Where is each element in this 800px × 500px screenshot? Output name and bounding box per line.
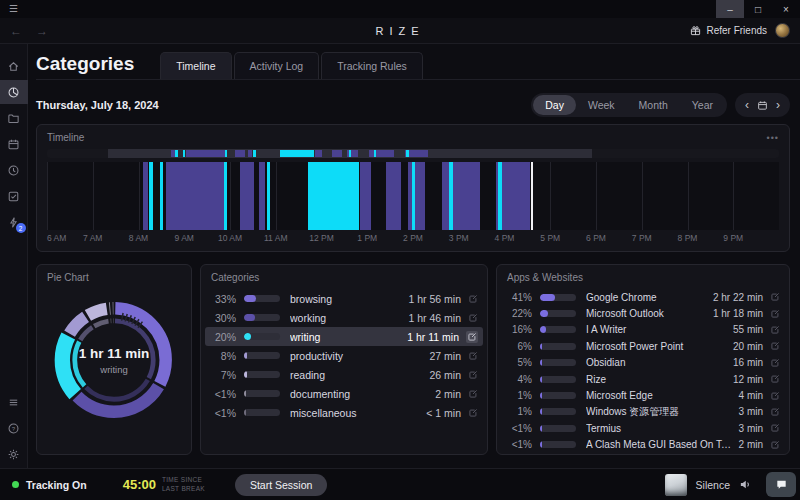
- timeline-segment[interactable]: [248, 150, 252, 157]
- edit-icon[interactable]: [770, 309, 780, 319]
- category-row[interactable]: <1% miscellaneous < 1 min: [205, 403, 483, 422]
- edit-icon[interactable]: [468, 370, 478, 380]
- sidebar-item-projects[interactable]: [0, 106, 28, 130]
- app-duration: 3 min: [739, 423, 763, 434]
- sidebar-item-settings[interactable]: [0, 442, 28, 466]
- timeline-segment[interactable]: [253, 150, 255, 157]
- timeline-segment[interactable]: [386, 162, 401, 230]
- timeline-segment[interactable]: [374, 150, 377, 157]
- timeline-segment[interactable]: [175, 150, 178, 157]
- timeline-segment[interactable]: [412, 162, 415, 230]
- back-arrow-icon[interactable]: ←: [10, 24, 22, 38]
- tab[interactable]: Timeline: [160, 52, 231, 79]
- sidebar-item-home[interactable]: [0, 54, 28, 78]
- range-option[interactable]: Year: [680, 95, 725, 115]
- app-row[interactable]: 16% I A Writer 55 min: [501, 322, 785, 338]
- app-row[interactable]: 5% Obsidian 16 min: [501, 355, 785, 371]
- category-bar: [244, 409, 280, 416]
- app-row[interactable]: 41% Google Chrome 2 hr 22 min: [501, 289, 785, 305]
- timeline-segment[interactable]: [259, 162, 266, 230]
- sidebar-item-tasks[interactable]: [0, 184, 28, 208]
- sidebar-item-history[interactable]: [0, 158, 28, 182]
- timeline-segment[interactable]: [308, 162, 359, 230]
- sidebar-item-calendar[interactable]: [0, 132, 28, 156]
- avatar[interactable]: [775, 23, 790, 38]
- edit-icon[interactable]: [468, 313, 478, 323]
- edit-icon[interactable]: [770, 407, 780, 417]
- range-option[interactable]: Day: [533, 95, 576, 115]
- category-row[interactable]: 20% writing 1 hr 11 min: [205, 327, 483, 346]
- timeline-segment[interactable]: [449, 162, 453, 230]
- edit-icon[interactable]: [770, 423, 780, 433]
- app-row[interactable]: 1% Microsoft Edge 4 min: [501, 387, 785, 403]
- category-row[interactable]: 7% reading 26 min: [205, 365, 483, 384]
- hamburger-menu-icon[interactable]: ☰: [9, 4, 18, 14]
- timeline-segment[interactable]: [349, 150, 351, 157]
- edit-icon[interactable]: [466, 331, 478, 343]
- category-row[interactable]: 30% working 1 hr 46 min: [205, 308, 483, 327]
- edit-icon[interactable]: [770, 440, 780, 450]
- timeline-segment[interactable]: [160, 162, 163, 230]
- refer-friends-button[interactable]: Refer Friends: [690, 25, 767, 36]
- timeline-segment[interactable]: [149, 162, 153, 230]
- close-button[interactable]: ×: [772, 0, 800, 18]
- timeline-segment[interactable]: [166, 162, 224, 230]
- sidebar-item-help[interactable]: ?: [0, 416, 28, 440]
- edit-icon[interactable]: [770, 358, 780, 368]
- prev-day-button[interactable]: ‹: [739, 97, 755, 113]
- app-row[interactable]: 22% Microsoft Outlook 1 hr 18 min: [501, 305, 785, 321]
- start-session-button[interactable]: Start Session: [235, 474, 327, 496]
- range-option[interactable]: Week: [576, 95, 627, 115]
- range-option[interactable]: Month: [627, 95, 680, 115]
- edit-icon[interactable]: [770, 292, 780, 302]
- app-row[interactable]: 6% Microsoft Power Point 20 min: [501, 338, 785, 354]
- timeline-segment[interactable]: [406, 150, 409, 157]
- sidebar-item-sessions[interactable]: 2: [0, 210, 28, 234]
- timeline-segment[interactable]: [315, 150, 322, 157]
- timeline-segment[interactable]: [235, 150, 245, 157]
- timeline-segment[interactable]: [143, 162, 148, 230]
- sidebar-item-menu[interactable]: [0, 390, 28, 414]
- tab[interactable]: Activity Log: [234, 52, 320, 79]
- timeline-segment[interactable]: [186, 150, 225, 157]
- sidebar-item-categories[interactable]: [0, 80, 28, 104]
- speaker-icon[interactable]: [739, 478, 752, 491]
- app-row[interactable]: 1% Windows 资源管理器 3 min: [501, 404, 785, 420]
- calendar-picker-icon[interactable]: [757, 100, 768, 111]
- timeline-segment[interactable]: [332, 150, 342, 157]
- app-row[interactable]: <1% A Clash Meta GUI Based On Ta... 2 mi…: [501, 437, 785, 453]
- app-row[interactable]: 4% Rize 12 min: [501, 371, 785, 387]
- album-art: [665, 474, 687, 496]
- chat-bubble-button[interactable]: [766, 472, 796, 497]
- timeline-segment[interactable]: [224, 162, 227, 230]
- next-day-button[interactable]: ›: [770, 97, 786, 113]
- edit-icon[interactable]: [770, 341, 780, 351]
- minimize-button[interactable]: –: [716, 0, 744, 18]
- timeline-segment[interactable]: [267, 162, 270, 230]
- timeline-segment[interactable]: [408, 162, 425, 230]
- panel-menu-button[interactable]: •••: [767, 133, 779, 143]
- category-row[interactable]: 8% productivity 27 min: [205, 346, 483, 365]
- tab[interactable]: Tracking Rules: [321, 52, 423, 79]
- edit-icon[interactable]: [468, 351, 478, 361]
- forward-arrow-icon[interactable]: →: [36, 24, 48, 38]
- edit-icon[interactable]: [770, 325, 780, 335]
- maximize-button[interactable]: □: [744, 0, 772, 18]
- timeline-segment[interactable]: [183, 150, 185, 157]
- edit-icon[interactable]: [468, 408, 478, 418]
- category-row[interactable]: 33% browsing 1 hr 56 min: [205, 289, 483, 308]
- category-row[interactable]: <1% documenting 2 min: [205, 384, 483, 403]
- timeline-segment[interactable]: [240, 162, 255, 230]
- timeline-overview-strip[interactable]: [47, 149, 779, 158]
- edit-icon[interactable]: [468, 389, 478, 399]
- timeline-segment[interactable]: [360, 162, 371, 230]
- timeline-segment[interactable]: [280, 150, 314, 157]
- edit-icon[interactable]: [770, 391, 780, 401]
- timeline-segment[interactable]: [225, 150, 227, 157]
- gridline: [93, 162, 94, 230]
- timeline-segment[interactable]: [498, 162, 502, 230]
- edit-icon[interactable]: [770, 374, 780, 384]
- timeline-mini-window[interactable]: [108, 149, 593, 158]
- app-row[interactable]: <1% Termius 3 min: [501, 420, 785, 436]
- edit-icon[interactable]: [468, 294, 478, 304]
